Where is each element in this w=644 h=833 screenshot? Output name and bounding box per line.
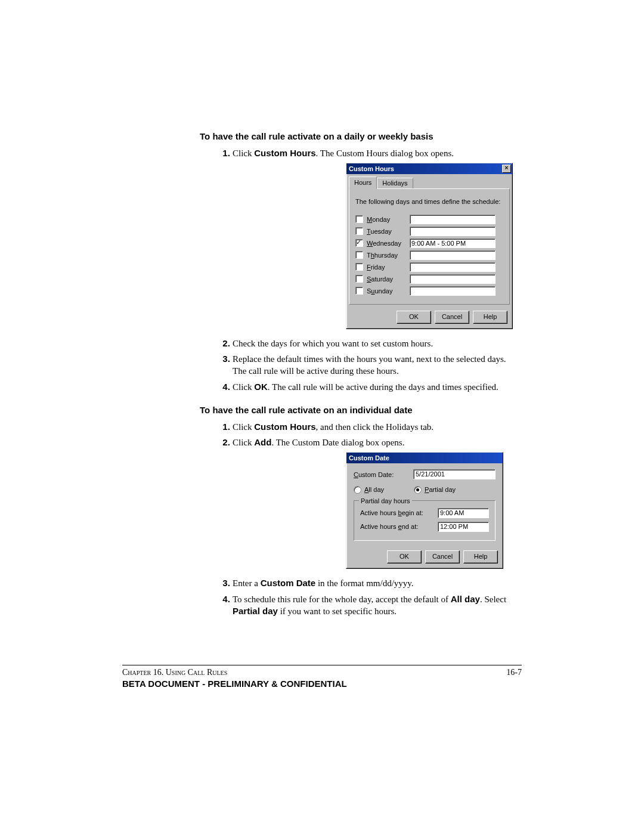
footer-confidential: BETA DOCUMENT - PRELIMINARY & CONFIDENTI… (122, 679, 522, 689)
checkbox-monday[interactable] (355, 215, 363, 223)
tab-holidays-label: Holidays (382, 179, 407, 187)
sat-rest: aturday (371, 275, 393, 283)
dialog1-button-row: OK Cancel Help (346, 307, 512, 329)
s2-step3-a: Enter a (233, 578, 261, 588)
begin-rest: egin at: (402, 509, 423, 516)
custom-date-input[interactable]: 5/21/2001 (413, 469, 496, 479)
s2-step3-b: in the format mm/dd/yyyy. (315, 578, 413, 588)
dialog2-title: Custom Date (349, 454, 389, 463)
checkbox-saturday[interactable] (355, 275, 363, 283)
radio-all-day-dot (354, 486, 361, 494)
tab-row: Hours Holidays (349, 176, 512, 188)
begin-row: Active hours begin at: 9:00 AM (360, 508, 489, 518)
radio-all-day[interactable]: All day (354, 485, 384, 494)
s2-step3-bold: Custom Date (261, 578, 316, 588)
fri-rest: riday (371, 264, 385, 271)
cancel-button[interactable]: Cancel (435, 311, 469, 324)
s2-step4-c: . Select (480, 594, 506, 604)
tue-rest: uesday (370, 228, 391, 235)
radio-partial-day[interactable]: Partial day (414, 485, 456, 494)
section1-heading: To have the call rule activate on a dail… (200, 131, 522, 141)
custom-date-label: Custom Date: (354, 470, 413, 479)
section2-heading: To have the call rule activate on an ind… (200, 405, 522, 415)
step4-text-b: . The call rule will be active during th… (268, 382, 499, 392)
checkbox-wednesday[interactable] (355, 239, 363, 247)
s2-step1-b: , and then click the Holidays tab. (316, 422, 434, 432)
radio-all-day-label: All day (364, 485, 384, 494)
section1-step3: Replace the default times with the hours… (233, 353, 522, 377)
time-input-saturday[interactable] (410, 274, 496, 284)
dialog1-title: Custom Hours (349, 165, 394, 174)
label-thursday: Thhursday (367, 251, 410, 260)
section2-step4: To schedule this rule for the whole day,… (233, 593, 522, 618)
schedule-instruction: The following days and times define the … (355, 197, 503, 206)
radio-partial-day-label: Partial day (425, 485, 456, 494)
begin-input[interactable]: 9:00 AM (438, 508, 489, 518)
day-row-sunday: Suunday (355, 286, 503, 296)
time-input-tuesday[interactable] (410, 227, 496, 236)
label-tuesday: Tuesday (367, 227, 410, 236)
label-friday: Friday (367, 263, 410, 272)
ok-button-2[interactable]: OK (387, 550, 422, 563)
end-input[interactable]: 12:00 PM (438, 522, 489, 532)
radio-partial-rest: artial day (429, 486, 456, 493)
dialog1-titlebar: Custom Hours × (346, 163, 512, 174)
checkbox-tuesday[interactable] (355, 227, 363, 235)
s2-step2-a: Click (233, 438, 254, 447)
section2-steps: Click Custom Hours, and then click the H… (215, 421, 522, 617)
day-row-wednesday: Wednesday 9:00 AM - 5:00 PM (355, 239, 503, 248)
end-row: Active hours end at: 12:00 PM (360, 522, 489, 532)
s2-step2-bold: Add (254, 437, 271, 447)
time-input-monday[interactable] (410, 215, 496, 224)
day-row-saturday: Saturday (355, 274, 503, 284)
wed-rest: ednesday (373, 240, 401, 247)
time-input-sunday[interactable] (410, 286, 496, 296)
time-input-friday[interactable] (410, 262, 496, 272)
tab-holidays[interactable]: Holidays (377, 178, 413, 188)
day-row-friday: Friday (355, 262, 503, 272)
label-sunday: Suunday (367, 287, 410, 296)
checkbox-thursday[interactable] (355, 251, 363, 259)
s2-step4-e: if you want to set specific hours. (278, 606, 397, 616)
step1-text-a: Click (233, 148, 254, 158)
close-icon[interactable]: × (502, 165, 511, 173)
step4-text-a: Click (233, 382, 254, 392)
time-input-thursday[interactable] (410, 250, 496, 260)
s2-step4-b: All day (451, 594, 480, 604)
section2-step3: Enter a Custom Date in the format mm/dd/… (233, 577, 522, 589)
time-input-wednesday[interactable]: 9:00 AM - 5:00 PM (410, 239, 496, 248)
radio-partial-day-dot (414, 486, 422, 494)
tab-hours[interactable]: Hours (349, 176, 377, 189)
thu-rest: hursday (374, 252, 398, 259)
help-button[interactable]: Help (473, 311, 507, 324)
begin-label: Active hours begin at: (360, 509, 438, 518)
radio-all-rest: ll day (369, 486, 384, 493)
section2-step1: Click Custom Hours, and then click the H… (233, 421, 522, 433)
ok-button[interactable]: OK (397, 311, 431, 324)
help-button-2[interactable]: Help (463, 550, 498, 563)
end-rest: nd at: (402, 523, 419, 530)
section1-steps: Click Custom Hours. The Custom Hours dia… (215, 147, 522, 393)
footer-chapter: Chapter 16. Using Call Rules (122, 668, 227, 677)
s2-step4-a: To schedule this rule for the whole day,… (233, 594, 451, 604)
radio-row: All day Partial day (354, 485, 496, 494)
day-row-monday: Monday (355, 215, 503, 224)
s2-step2-b: . The Custom Date dialog box opens. (271, 438, 404, 447)
custom-hours-dialog: Custom Hours × Hours Holidays The follow… (346, 163, 513, 329)
cancel-button-2[interactable]: Cancel (425, 550, 460, 563)
tab-panel: The following days and times define the … (349, 188, 510, 305)
label-saturday: Saturday (367, 275, 410, 284)
partial-day-group: Partial day hours Active hours begin at:… (354, 500, 496, 541)
footer-page: 16-7 (506, 668, 522, 677)
label-monday: Monday (367, 215, 410, 224)
section1-step1: Click Custom Hours. The Custom Hours dia… (233, 147, 522, 329)
section2-step2: Click Add. The Custom Date dialog box op… (233, 436, 522, 569)
label-wednesday: Wednesday (367, 239, 410, 248)
s2-step1-a: Click (233, 422, 254, 432)
sun-rest: unday (374, 287, 392, 295)
checkbox-sunday[interactable] (355, 287, 363, 295)
end-a: Active hours (360, 523, 398, 530)
dialog2-body: Custom Date: 5/21/2001 All day Partial d… (346, 463, 503, 547)
end-label: Active hours end at: (360, 522, 438, 531)
checkbox-friday[interactable] (355, 263, 363, 271)
